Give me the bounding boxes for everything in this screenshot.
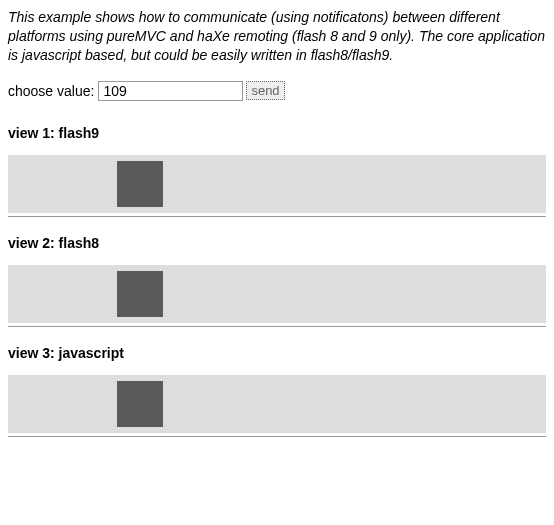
view-title: view 1: flash9: [8, 125, 546, 141]
view-title: view 2: flash8: [8, 235, 546, 251]
position-block: [117, 161, 163, 207]
intro-text: This example shows how to communicate (u…: [8, 8, 546, 65]
send-button[interactable]: send: [246, 81, 284, 100]
view-canvas: [8, 265, 546, 323]
view-canvas: [8, 155, 546, 213]
value-form: choose value: send: [8, 81, 546, 101]
divider: [8, 436, 546, 437]
view-title: view 3: javascript: [8, 345, 546, 361]
view-canvas: [8, 375, 546, 433]
view-section-javascript: view 3: javascript: [8, 345, 546, 437]
value-input[interactable]: [98, 81, 243, 101]
divider: [8, 216, 546, 217]
position-block: [117, 381, 163, 427]
view-section-flash9: view 1: flash9: [8, 125, 546, 217]
view-section-flash8: view 2: flash8: [8, 235, 546, 327]
divider: [8, 326, 546, 327]
value-label: choose value:: [8, 83, 94, 99]
position-block: [117, 271, 163, 317]
